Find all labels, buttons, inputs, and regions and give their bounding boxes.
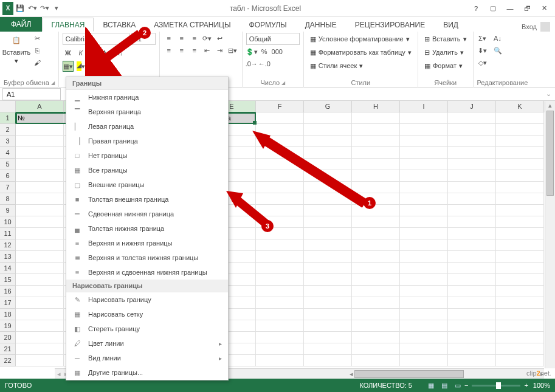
- cut-icon[interactable]: ✂: [32, 33, 43, 44]
- cell[interactable]: [352, 112, 400, 124]
- border-menu-item[interactable]: ▦Другие границы...: [66, 365, 228, 380]
- cell[interactable]: [16, 274, 64, 286]
- cell[interactable]: [400, 251, 448, 263]
- cell[interactable]: [400, 297, 448, 309]
- cell[interactable]: [352, 286, 400, 297]
- cell[interactable]: [256, 159, 304, 170]
- tab-file[interactable]: ФАЙЛ: [0, 17, 42, 32]
- border-menu-item[interactable]: ▁Нижняя граница: [66, 90, 228, 105]
- cell-styles-button[interactable]: ▦Стили ячеек▾: [308, 60, 365, 72]
- border-menu-item[interactable]: ▄Толстая нижняя граница: [66, 221, 228, 236]
- col-header-K[interactable]: K: [496, 101, 544, 112]
- cell[interactable]: [16, 159, 64, 170]
- border-menu-item[interactable]: ◧Стереть границу: [66, 322, 228, 336]
- cell[interactable]: [352, 124, 400, 136]
- merge-center-icon[interactable]: ⊟▾: [227, 45, 238, 56]
- cell[interactable]: [16, 332, 64, 343]
- cell[interactable]: [352, 309, 400, 320]
- cell[interactable]: [496, 228, 544, 239]
- cell[interactable]: [400, 159, 448, 170]
- row-header[interactable]: 2: [0, 124, 16, 136]
- cell[interactable]: [16, 355, 64, 366]
- cell[interactable]: [304, 251, 352, 263]
- row-header[interactable]: 7: [0, 182, 16, 193]
- cell[interactable]: [400, 332, 448, 343]
- cell[interactable]: [400, 343, 448, 355]
- cell[interactable]: [496, 136, 544, 147]
- tab-home[interactable]: ГЛАВНАЯ: [42, 18, 94, 32]
- cell[interactable]: [16, 170, 64, 182]
- tab-page-layout[interactable]: АЗМЕТКА СТРАНИЦЫ: [145, 18, 240, 32]
- cell[interactable]: [16, 320, 64, 332]
- cell[interactable]: [304, 205, 352, 216]
- cell[interactable]: [400, 263, 448, 274]
- row-header[interactable]: 17: [0, 297, 16, 309]
- col-header-G[interactable]: G: [304, 101, 352, 112]
- border-menu-item[interactable]: 🖊Цвет линии▸: [66, 336, 228, 351]
- accounting-format-icon[interactable]: 💲▾: [246, 46, 257, 57]
- row-header[interactable]: 20: [0, 332, 16, 343]
- cell[interactable]: [352, 136, 400, 147]
- tab-insert[interactable]: ВСТАВКА: [94, 18, 145, 32]
- align-left-icon[interactable]: ≡: [164, 45, 174, 56]
- border-menu-item[interactable]: ▢Внешние границы: [66, 177, 228, 192]
- cell[interactable]: [448, 332, 496, 343]
- align-center-icon[interactable]: ≡: [176, 45, 187, 56]
- help-icon[interactable]: ?: [469, 2, 483, 15]
- cell[interactable]: [16, 286, 64, 297]
- dialog-launcher-icon[interactable]: ◢: [281, 80, 285, 86]
- cell[interactable]: [256, 124, 304, 136]
- cell[interactable]: [400, 286, 448, 297]
- cell[interactable]: [352, 343, 400, 355]
- row-header[interactable]: 9: [0, 205, 16, 216]
- cell[interactable]: [16, 136, 64, 147]
- cell[interactable]: [16, 239, 64, 251]
- minimize-icon[interactable]: —: [503, 2, 517, 15]
- cell[interactable]: [352, 193, 400, 205]
- border-menu-item[interactable]: ▔Верхняя граница: [66, 105, 228, 119]
- col-header-J[interactable]: J: [448, 101, 496, 112]
- cell[interactable]: [448, 297, 496, 309]
- insert-cells-button[interactable]: ⊞Вставить▾: [422, 33, 469, 45]
- row-header[interactable]: 21: [0, 343, 16, 355]
- cell[interactable]: [304, 274, 352, 286]
- cell[interactable]: [448, 251, 496, 263]
- cell[interactable]: [496, 216, 544, 228]
- cell[interactable]: [304, 263, 352, 274]
- underline-button[interactable]: Ч: [88, 47, 99, 58]
- cell[interactable]: [304, 136, 352, 147]
- dialog-launcher-icon[interactable]: ◢: [51, 80, 55, 86]
- border-menu-item[interactable]: ▕Правая граница: [66, 134, 228, 148]
- row-header[interactable]: 3: [0, 136, 16, 147]
- scroll-up-icon[interactable]: ▴: [545, 101, 555, 109]
- cell[interactable]: [448, 216, 496, 228]
- user-icon[interactable]: [540, 22, 550, 32]
- cell[interactable]: [448, 112, 496, 124]
- qat-customize-icon[interactable]: ▾: [51, 3, 62, 14]
- increase-indent-icon[interactable]: ⇥: [215, 45, 226, 56]
- row-header[interactable]: 16: [0, 286, 16, 297]
- cell[interactable]: [352, 216, 400, 228]
- cell[interactable]: [304, 170, 352, 182]
- cell[interactable]: [16, 297, 64, 309]
- col-header-I[interactable]: I: [400, 101, 448, 112]
- format-painter-icon[interactable]: 🖌: [32, 57, 43, 68]
- zoom-level[interactable]: 100%: [533, 382, 550, 389]
- col-header-F[interactable]: F: [256, 101, 304, 112]
- row-header[interactable]: 15: [0, 274, 16, 286]
- cell[interactable]: [16, 205, 64, 216]
- cell[interactable]: [448, 136, 496, 147]
- format-as-table-button[interactable]: ▦Форматировать как таблицу▾: [308, 46, 414, 58]
- font-name-combo[interactable]: Calibri: [63, 33, 129, 45]
- borders-button[interactable]: ▦▾: [63, 61, 74, 72]
- border-menu-item[interactable]: ✎Нарисовать границу: [66, 292, 228, 307]
- undo-icon[interactable]: ↶▾: [27, 3, 38, 14]
- cell[interactable]: [400, 147, 448, 159]
- sort-filter-icon[interactable]: A↓: [490, 33, 506, 44]
- tab-data[interactable]: ДАННЫЕ: [296, 18, 346, 32]
- col-header-H[interactable]: H: [352, 101, 400, 112]
- select-all-corner[interactable]: [0, 101, 16, 112]
- cell[interactable]: [496, 124, 544, 136]
- cell[interactable]: [496, 343, 544, 355]
- delete-cells-button[interactable]: ⊟Удалить▾: [422, 46, 466, 58]
